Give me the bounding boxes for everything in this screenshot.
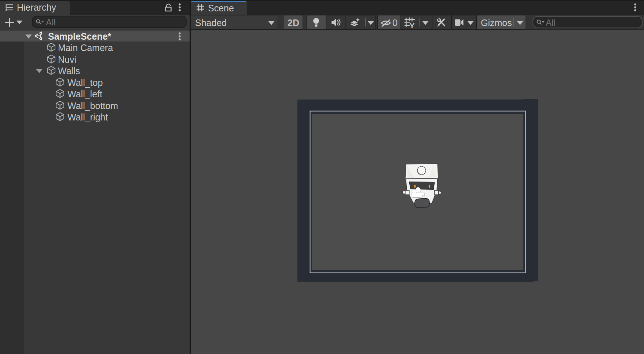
svg-text:Y: Y <box>410 21 415 29</box>
